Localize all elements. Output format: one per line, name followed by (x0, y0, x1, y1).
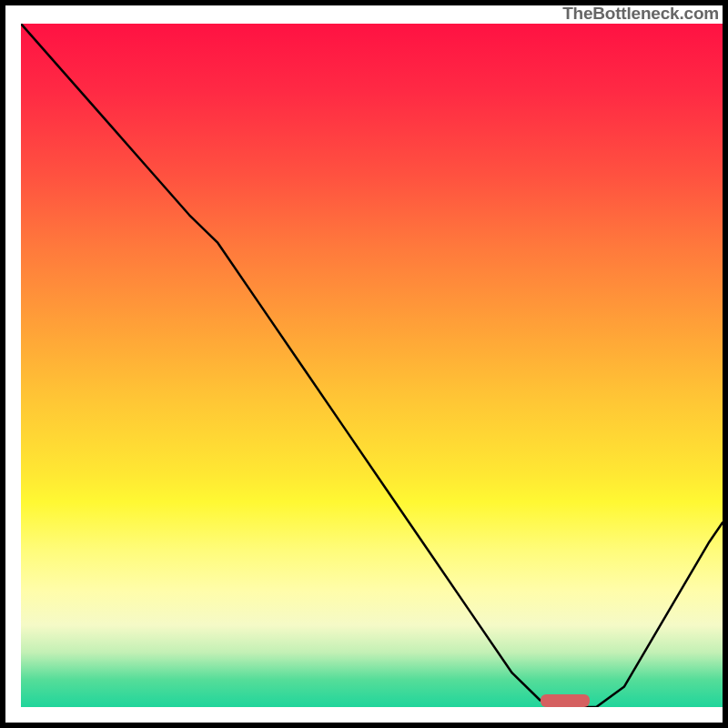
chart-container: TheBottleneck.com (0, 0, 728, 728)
optimal-marker (541, 694, 590, 707)
watermark-text: TheBottleneck.com (562, 4, 719, 24)
plot-area (21, 24, 723, 707)
